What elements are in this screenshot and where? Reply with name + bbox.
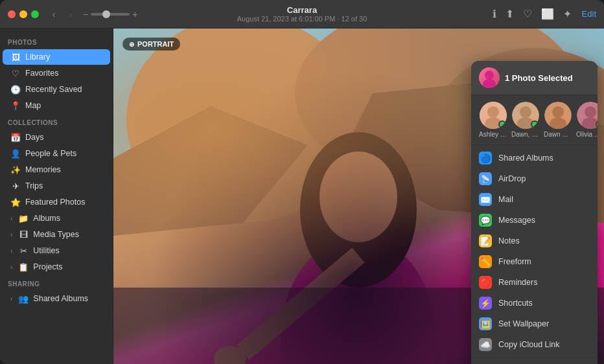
sidebar-item-map[interactable]: 📍 Map: [3, 98, 110, 113]
sidebar-item-memories[interactable]: ✨ Memories: [3, 162, 110, 177]
menu-label-messages: Messages: [498, 216, 535, 225]
favorites-icon: ♡: [10, 68, 21, 78]
menu-item-messages[interactable]: 💬 Messages: [471, 210, 598, 231]
close-button[interactable]: [8, 10, 16, 18]
sidebar: Photos 🖼 Library ♡ Favorites 🕒 Recently …: [0, 28, 113, 364]
menu-item-edit-extensions[interactable]: Edit Extensions...: [471, 359, 598, 364]
menu-label-notes: Notes: [498, 236, 520, 245]
trips-icon: ✈: [10, 181, 21, 191]
contact-avatar-dawn-ramirez: [544, 102, 572, 129]
people-pets-icon: 👤: [10, 148, 21, 159]
menu-item-shortcuts[interactable]: ⚡ Shortcuts: [471, 293, 598, 313]
portrait-badge: ⊕ PORTRAIT: [122, 38, 180, 51]
sidebar-item-people-pets[interactable]: 👤 People & Pets: [3, 146, 110, 161]
sidebar-label-projects: Projects: [33, 262, 62, 271]
zoom-in-button[interactable]: +: [132, 9, 137, 19]
sidebar-label-recently-saved: Recently Saved: [25, 85, 82, 94]
sidebar-label-memories: Memories: [25, 165, 61, 174]
albums-chevron-icon: ›: [10, 215, 12, 222]
recently-saved-icon: 🕒: [10, 84, 21, 95]
mail-menu-icon: ✉️: [479, 193, 492, 206]
utilities-icon: ✂: [18, 245, 29, 256]
contact-name-olivia-rico: Olivia Rico: [576, 131, 598, 138]
sidebar-label-shared-albums: Shared Albums: [33, 294, 88, 303]
sidebar-item-days[interactable]: 📅 Days: [3, 130, 110, 145]
svg-point-13: [485, 71, 494, 80]
svg-point-8: [319, 152, 397, 242]
app-window: ‹ › − + Carrara August 21, 2023 at 6:01:…: [0, 0, 604, 364]
share-icon[interactable]: ⬆: [505, 8, 514, 20]
minimize-button[interactable]: [19, 10, 27, 18]
menu-item-shared-albums[interactable]: 🔵 Shared Albums: [471, 148, 598, 168]
projects-icon: 📋: [18, 262, 29, 272]
zoom-out-button[interactable]: −: [83, 9, 88, 19]
sidebar-item-projects[interactable]: › 📋 Projects: [3, 259, 110, 275]
sidebar-item-albums[interactable]: › 📁 Albums: [3, 210, 110, 226]
share-popup: 1 Photo Selected Ashley Ric: [471, 61, 598, 364]
menu-item-notes[interactable]: 📝 Notes: [471, 231, 598, 251]
featured-photos-icon: ⭐: [10, 197, 21, 207]
nav-buttons: ‹ ›: [47, 7, 78, 21]
menu-item-mail[interactable]: ✉️ Mail: [471, 189, 598, 210]
menu-item-copy-icloud-link[interactable]: ☁️ Copy iCloud Link: [471, 334, 598, 355]
svg-point-7: [300, 132, 417, 288]
forward-button[interactable]: ›: [64, 7, 78, 21]
shared-albums-icon: 👥: [18, 293, 29, 304]
sidebar-item-library[interactable]: 🖼 Library: [3, 49, 110, 65]
popup-selected-count: 1 Photo Selected: [505, 73, 573, 83]
svg-point-10: [214, 346, 246, 364]
menu-label-shortcuts: Shortcuts: [498, 299, 533, 308]
zoom-slider[interactable]: [91, 13, 130, 16]
menu-item-airdrop[interactable]: 📡 AirDrop: [471, 168, 598, 189]
maximize-button[interactable]: [31, 10, 39, 18]
sidebar-label-library: Library: [25, 52, 50, 62]
edit-button[interactable]: Edit: [582, 9, 596, 19]
menu-label-shared-albums: Shared Albums: [498, 154, 553, 163]
wallpaper-menu-icon: 🖼️: [479, 317, 492, 330]
portrait-label: PORTRAIT: [137, 40, 174, 48]
favorite-icon[interactable]: ♡: [523, 8, 532, 20]
back-button[interactable]: ‹: [47, 7, 61, 21]
ashley-status-dot: [498, 120, 506, 128]
sidebar-label-media-types: Media Types: [33, 230, 79, 239]
title-bar: ‹ › − + Carrara August 21, 2023 at 6:01:…: [0, 0, 604, 28]
shortcuts-menu-icon: ⚡: [479, 297, 492, 310]
sidebar-item-trips[interactable]: ✈ Trips: [3, 178, 110, 194]
contact-avatar-ashley: [480, 102, 507, 129]
menu-item-freeform[interactable]: ✏️ Freeform: [471, 251, 598, 272]
sidebar-label-people-pets: People & Pets: [25, 149, 76, 158]
dawn-olivi-status-dot: [531, 120, 539, 128]
portrait-icon: ⊕: [129, 41, 134, 48]
popup-header: 1 Photo Selected: [471, 61, 598, 95]
map-icon: 📍: [10, 100, 21, 111]
messages-menu-icon: 💬: [479, 214, 492, 227]
adjust-icon[interactable]: ✦: [563, 8, 572, 20]
icloud-link-menu-icon: ☁️: [479, 338, 492, 351]
sidebar-item-featured-photos[interactable]: ⭐ Featured Photos: [3, 194, 110, 210]
contact-avatar-dawn-olivi: [512, 102, 539, 129]
contact-dawn-olivi[interactable]: Dawn, Olivi...hers: [511, 102, 540, 138]
memories-icon: ✨: [10, 165, 21, 175]
crop-icon[interactable]: ⬜: [541, 8, 554, 20]
menu-item-reminders[interactable]: 🔴 Reminders: [471, 272, 598, 293]
photo-location: Carrara: [237, 5, 367, 15]
sidebar-item-utilities[interactable]: › ✂ Utilities: [3, 243, 110, 258]
menu-item-wallpaper[interactable]: 🖼️ Set Wallpaper: [471, 313, 598, 334]
info-icon[interactable]: ℹ: [493, 8, 496, 20]
sharing-section-label: Sharing: [0, 275, 113, 290]
contact-dawn-ramirez[interactable]: Dawn Ramirez: [544, 102, 572, 138]
reminders-menu-icon: 🔴: [479, 276, 492, 289]
svg-line-9: [243, 255, 358, 352]
sidebar-item-recently-saved[interactable]: 🕒 Recently Saved: [3, 82, 110, 97]
notes-menu-icon: 📝: [479, 234, 492, 247]
contact-ashley[interactable]: Ashley Rico: [479, 102, 507, 138]
sidebar-label-featured-photos: Featured Photos: [25, 198, 85, 207]
sidebar-item-media-types[interactable]: › 🎞 Media Types: [3, 227, 110, 242]
sidebar-item-favorites[interactable]: ♡ Favorites: [3, 65, 110, 81]
title-actions: ℹ ⬆ ♡ ⬜ ✦ Edit: [493, 8, 596, 20]
main-content: Photos 🖼 Library ♡ Favorites 🕒 Recently …: [0, 28, 604, 364]
contact-olivia-rico[interactable]: Olivia Rico: [576, 102, 598, 138]
svg-point-19: [520, 106, 531, 118]
menu-divider: [471, 357, 598, 358]
sidebar-item-shared-albums[interactable]: › 👥 Shared Albums: [3, 291, 110, 306]
